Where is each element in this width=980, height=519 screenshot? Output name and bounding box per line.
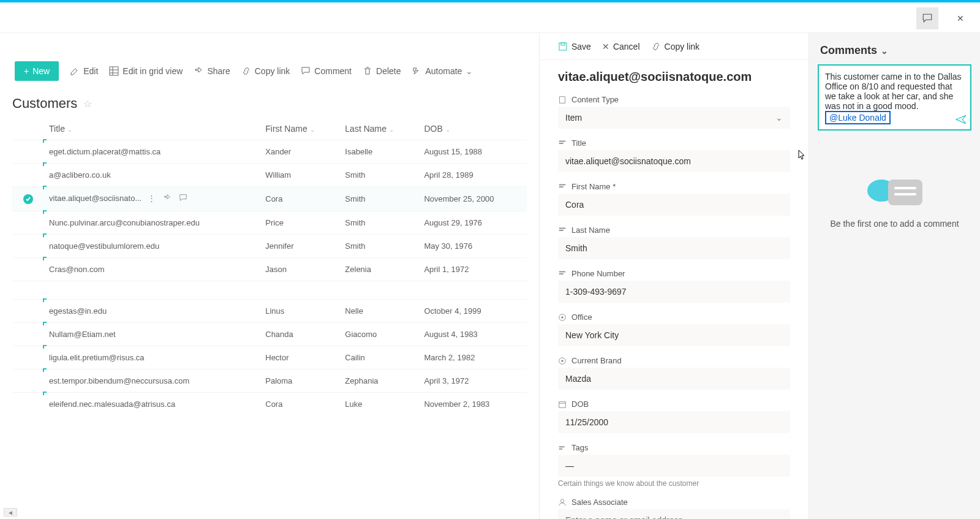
col-first[interactable]: First Name⌄ bbox=[260, 115, 340, 140]
favorite-star-icon[interactable]: ☆ bbox=[83, 98, 92, 110]
office-input[interactable] bbox=[558, 324, 790, 346]
comment-button[interactable]: Comment bbox=[301, 66, 352, 76]
automate-button[interactable]: Automate ⌄ bbox=[412, 66, 473, 76]
title-input[interactable] bbox=[558, 150, 790, 172]
save-icon bbox=[558, 42, 568, 51]
last-name-label: Last Name bbox=[571, 225, 610, 235]
tags-label: Tags bbox=[571, 443, 588, 452]
table-row[interactable]: eget.dictum.placerat@mattis.caXanderIsab… bbox=[12, 140, 527, 164]
office-label: Office bbox=[571, 313, 592, 322]
text-icon bbox=[558, 226, 567, 235]
share-button[interactable]: Share bbox=[194, 66, 230, 76]
svg-rect-22 bbox=[559, 448, 562, 449]
svg-point-16 bbox=[561, 316, 564, 319]
svg-rect-9 bbox=[559, 184, 566, 185]
col-dob[interactable]: DOB⌄ bbox=[419, 115, 527, 140]
svg-rect-8 bbox=[559, 143, 564, 144]
new-indicator-icon bbox=[43, 210, 47, 214]
brand-label: Current Brand bbox=[571, 356, 622, 365]
choice-icon bbox=[558, 357, 567, 365]
brand-input[interactable] bbox=[558, 368, 790, 390]
chevron-down-icon: ⌄ bbox=[466, 66, 473, 76]
first-name-input[interactable] bbox=[558, 194, 790, 216]
empty-text: Be the first one to add a comment bbox=[830, 219, 959, 229]
comment-draft-text: This customer came in to the Dallas Offi… bbox=[825, 72, 962, 111]
new-indicator-icon bbox=[43, 345, 47, 349]
list-title: Customers bbox=[12, 96, 77, 112]
phone-input[interactable] bbox=[558, 281, 790, 303]
new-indicator-icon bbox=[43, 368, 47, 372]
table-row[interactable]: Nullam@Etiam.netChandaGiacomoAugust 4, 1… bbox=[12, 323, 527, 346]
copylink-button[interactable]: Copy link bbox=[241, 66, 290, 76]
doc-icon bbox=[558, 96, 567, 104]
select-all-col[interactable] bbox=[12, 115, 44, 140]
grid-icon bbox=[109, 66, 119, 76]
comment-icon[interactable] bbox=[179, 194, 187, 204]
delete-label: Delete bbox=[376, 66, 401, 76]
table-row[interactable]: a@aclibero.co.ukWilliamSmithApril 28, 19… bbox=[12, 164, 527, 187]
dob-label: DOB bbox=[571, 400, 589, 409]
assoc-input[interactable] bbox=[558, 509, 790, 519]
table-row[interactable]: Cras@non.comJasonZeleniaApril 1, 1972 bbox=[12, 258, 527, 281]
delete-button[interactable]: Delete bbox=[363, 66, 401, 76]
table-row[interactable]: ligula.elit.pretium@risus.caHectorCailin… bbox=[12, 346, 527, 369]
tags-description: Certain things we know about the custome… bbox=[558, 479, 790, 488]
person-icon bbox=[558, 498, 567, 507]
svg-rect-13 bbox=[559, 271, 566, 272]
content-type-select[interactable]: Item ⌄ bbox=[558, 107, 790, 129]
command-bar: + New Edit Edit in grid view Share Copy … bbox=[12, 58, 527, 85]
calendar-icon bbox=[558, 400, 567, 409]
new-indicator-icon bbox=[43, 186, 47, 189]
col-title[interactable]: Title⌄ bbox=[44, 115, 260, 140]
tags-input[interactable] bbox=[558, 455, 790, 477]
cancel-button[interactable]: ✕ Cancel bbox=[602, 42, 640, 51]
content-type-value: Item bbox=[565, 113, 582, 123]
new-button[interactable]: + New bbox=[15, 61, 59, 81]
table-row[interactable]: eleifend.nec.malesuada@atrisus.caCoraLuk… bbox=[12, 393, 527, 416]
comment-input[interactable]: This customer came in to the Dallas Offi… bbox=[818, 64, 971, 131]
table-row[interactable]: Nunc.pulvinar.arcu@conubianostraper.eduP… bbox=[12, 211, 527, 235]
send-button[interactable] bbox=[956, 114, 967, 127]
copylink-panel-label: Copy link bbox=[665, 42, 700, 51]
save-button[interactable]: Save bbox=[558, 42, 591, 51]
link-icon bbox=[241, 66, 251, 76]
svg-rect-21 bbox=[559, 446, 565, 447]
share-icon[interactable] bbox=[163, 194, 172, 204]
edit-button[interactable]: Edit bbox=[70, 66, 98, 76]
table-row[interactable]: est.tempor.bibendum@neccursusa.comPaloma… bbox=[12, 369, 527, 393]
svg-point-23 bbox=[560, 499, 564, 502]
mention-chip[interactable]: @Luke Donald bbox=[825, 111, 891, 124]
new-indicator-icon bbox=[43, 392, 47, 395]
dob-input[interactable] bbox=[558, 411, 790, 433]
panel-body: vitae.aliquet@sociisnatoque.com Content … bbox=[540, 60, 809, 519]
chevron-down-icon: ⌄ bbox=[775, 113, 783, 123]
new-indicator-icon bbox=[43, 322, 47, 325]
comments-heading: Comments ⌄ bbox=[820, 44, 888, 57]
svg-rect-7 bbox=[559, 140, 566, 142]
table-row[interactable]: egestas@in.eduLinusNelleOctober 4, 1999 bbox=[12, 300, 527, 323]
table-row[interactable]: vitae.aliquet@sociisnato...⋮CoraSmithNov… bbox=[12, 187, 527, 211]
chevron-down-icon: ⌄ bbox=[445, 126, 450, 133]
last-name-input[interactable] bbox=[558, 237, 790, 259]
phone-label: Phone Number bbox=[571, 269, 625, 278]
svg-rect-11 bbox=[559, 227, 566, 229]
close-panel-button[interactable]: ✕ bbox=[949, 7, 971, 29]
content-type-label: Content Type bbox=[571, 95, 619, 104]
hscroll-left-button[interactable]: ◄ bbox=[4, 508, 17, 517]
text-icon bbox=[558, 270, 567, 278]
comments-panel: ✕ Comments ⌄ This customer came in to th… bbox=[809, 33, 980, 519]
chevron-down-icon[interactable]: ⌄ bbox=[881, 46, 888, 56]
pencil-icon bbox=[70, 66, 80, 76]
panel-toolbar: Save ✕ Cancel Copy link bbox=[540, 33, 809, 60]
grid-edit-button[interactable]: Edit in grid view bbox=[109, 66, 183, 76]
comments-toggle-button[interactable] bbox=[916, 7, 938, 29]
more-icon[interactable]: ⋮ bbox=[148, 194, 156, 204]
svg-rect-19 bbox=[559, 401, 566, 407]
table-row[interactable]: natoque@vestibulumlorem.eduJenniferSmith… bbox=[12, 235, 527, 258]
copylink-label: Copy link bbox=[255, 66, 290, 76]
close-icon: ✕ bbox=[602, 42, 609, 51]
list-area: + New Edit Edit in grid view Share Copy … bbox=[0, 33, 539, 519]
panel-title: vitae.aliquet@sociisnatoque.com bbox=[558, 70, 790, 84]
col-last[interactable]: Last Name⌄ bbox=[340, 115, 419, 140]
copylink-panel-button[interactable]: Copy link bbox=[651, 42, 700, 51]
